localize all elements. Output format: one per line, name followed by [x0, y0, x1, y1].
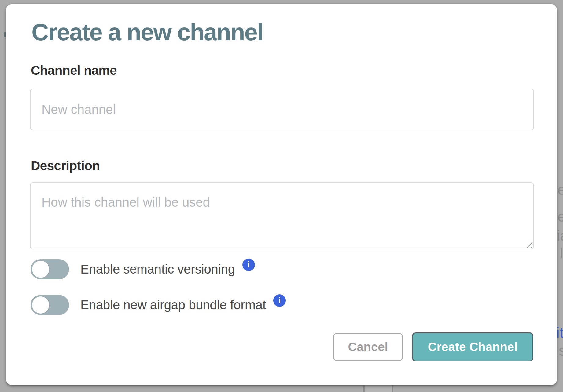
- backdrop-text-fragment: ia: [557, 228, 563, 243]
- semantic-versioning-toggle[interactable]: [31, 259, 69, 279]
- airgap-bundle-toggle[interactable]: [31, 295, 69, 315]
- toggle-knob: [32, 261, 49, 278]
- toggle-knob: [32, 296, 49, 314]
- backdrop-text-fragment: l: [560, 246, 563, 261]
- create-channel-button[interactable]: Create Channel: [412, 332, 533, 361]
- create-channel-modal: Create a new channel Channel name Descri…: [6, 4, 557, 385]
- info-icon[interactable]: [242, 259, 255, 271]
- airgap-bundle-label: Enable new airgap bundle format: [80, 298, 266, 312]
- semantic-versioning-label: Enable semantic versioning: [80, 262, 235, 277]
- info-icon[interactable]: [273, 294, 286, 307]
- backdrop-link-fragment: it: [556, 325, 563, 340]
- modal-actions: Cancel Create Channel: [333, 332, 533, 361]
- channel-name-label: Channel name: [31, 63, 117, 78]
- description-textarea[interactable]: [30, 182, 534, 249]
- airgap-bundle-row: Enable new airgap bundle format: [31, 295, 286, 315]
- backdrop-text-fragment: s: [559, 343, 563, 358]
- backdrop-table-cell: [365, 385, 392, 392]
- backdrop-text-fragment: e: [557, 183, 563, 197]
- semantic-versioning-row: Enable semantic versioning: [31, 259, 255, 279]
- backdrop-table-divider: [392, 385, 393, 392]
- description-field-wrap: [30, 182, 534, 249]
- cancel-button[interactable]: Cancel: [333, 333, 403, 361]
- backdrop-text-fragment: e: [557, 209, 563, 224]
- description-label: Description: [31, 158, 100, 173]
- channel-name-input[interactable]: [30, 89, 534, 130]
- modal-title: Create a new channel: [31, 20, 263, 45]
